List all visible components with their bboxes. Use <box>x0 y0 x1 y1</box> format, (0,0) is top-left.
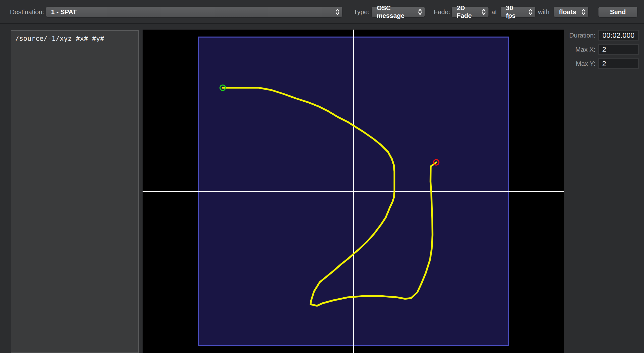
max-y-label: Max Y: <box>554 58 596 69</box>
stepper-arrows-icon <box>335 8 340 16</box>
fade-dropdown[interactable]: 2D Fade <box>452 7 488 17</box>
max-x-label: Max X: <box>554 44 596 55</box>
max-y-field[interactable]: 2 <box>598 58 639 69</box>
destination-dropdown-value: 1 - SPAT <box>51 8 77 16</box>
type-label: Type: <box>354 7 370 16</box>
duration-label: Duration: <box>554 30 596 40</box>
format-dropdown-value: floats <box>559 8 576 16</box>
format-dropdown[interactable]: floats <box>554 7 588 17</box>
destination-label: Destination: <box>10 7 43 16</box>
fade-dropdown-value: 2D Fade <box>456 4 476 20</box>
toolbar: Destination: 1 - SPAT Type: OSC message … <box>0 0 644 24</box>
fps-dropdown-value: 30 fps <box>506 4 522 20</box>
type-dropdown[interactable]: OSC message <box>372 7 425 17</box>
stepper-arrows-icon <box>418 8 422 16</box>
with-label: with <box>538 7 552 16</box>
trajectory-canvas[interactable] <box>142 29 564 353</box>
fade-label: Fade: <box>434 7 449 16</box>
send-button[interactable]: Send <box>598 7 637 17</box>
fps-dropdown[interactable]: 30 fps <box>501 7 535 17</box>
stepper-arrows-icon <box>528 8 533 16</box>
stepper-arrows-icon <box>581 8 586 16</box>
duration-field[interactable]: 00:02.000 <box>598 30 639 40</box>
at-label: at <box>492 7 499 16</box>
type-dropdown-value: OSC message <box>377 4 412 20</box>
destination-dropdown[interactable]: 1 - SPAT <box>46 7 342 17</box>
osc-message-editor[interactable]: /source/-1/xyz #x# #y# <box>11 30 139 353</box>
max-x-field[interactable]: 2 <box>598 44 639 55</box>
trajectory-svg <box>142 29 564 353</box>
stepper-arrows-icon <box>482 8 486 16</box>
